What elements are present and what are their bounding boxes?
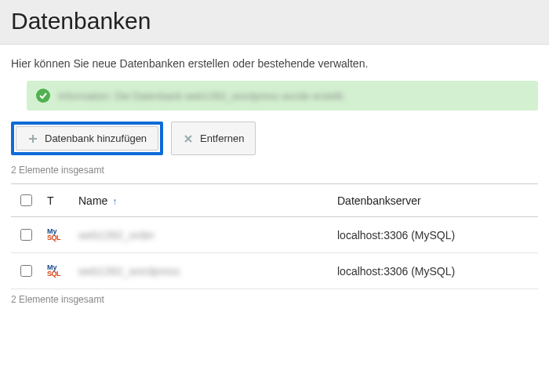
intro-text: Hier können Sie neue Datenbanken erstell… [11,57,538,70]
col-server[interactable]: Datenbankserver [331,184,538,217]
db-server: localhost:3306 (MySQL) [331,253,538,289]
database-table: T Name ↑ Datenbankserver MySQL web1392_o… [11,183,538,289]
success-alert: Information: Die Datenbank web1392_wordp… [27,81,538,111]
check-circle-icon [36,89,50,103]
row-checkbox[interactable] [20,265,32,277]
count-top: 2 Elemente insgesamt [11,165,538,176]
col-type[interactable]: T [41,184,72,217]
sort-asc-icon: ↑ [112,196,117,207]
add-database-button[interactable]: Datenbank hinzufügen [16,126,158,151]
page-title: Datenbanken [11,8,538,34]
count-bottom: 2 Elemente insgesamt [11,294,538,305]
table-header-row: T Name ↑ Datenbankserver [11,184,538,217]
table-row: MySQL web1392_order localhost:3306 (MySQ… [11,217,538,253]
x-icon [183,133,194,144]
add-button-label: Datenbank hinzufügen [45,132,147,144]
content-area: Hier können Sie neue Datenbanken erstell… [0,45,549,305]
db-server: localhost:3306 (MySQL) [331,217,538,253]
alert-message: Information: Die Datenbank web1392_wordp… [58,90,345,102]
mysql-icon: MySQL [47,264,60,277]
table-row: MySQL web1392_wordpress localhost:3306 (… [11,253,538,289]
highlight-add-button: Datenbank hinzufügen [11,122,163,155]
col-name-label: Name [78,194,107,207]
col-checkbox [11,184,41,217]
page-header: Datenbanken [0,0,549,45]
col-name[interactable]: Name ↑ [72,184,331,217]
plus-icon [27,133,38,144]
mysql-icon: MySQL [47,228,60,241]
db-name[interactable]: web1392_wordpress [78,265,180,278]
select-all-checkbox[interactable] [20,194,32,206]
db-name[interactable]: web1392_order [78,229,155,241]
remove-button-label: Entfernen [200,132,244,144]
row-checkbox[interactable] [20,229,32,241]
remove-button[interactable]: Entfernen [171,122,256,155]
toolbar: Datenbank hinzufügen Entfernen [11,122,538,155]
